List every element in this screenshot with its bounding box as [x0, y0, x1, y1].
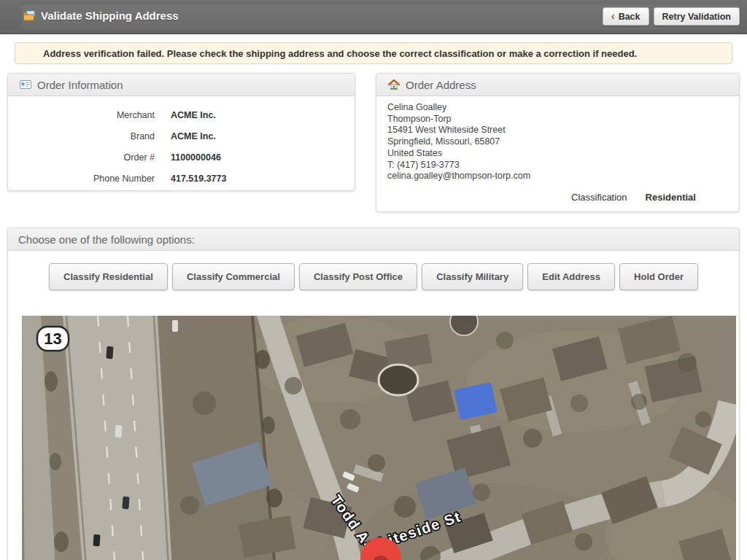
order-info-row: Merchant ACME Inc. [8, 104, 355, 125]
options-button-row: Classify Residential Classify Commercial… [8, 251, 739, 290]
header-actions: ‹ Back Retry Validation [603, 7, 740, 26]
back-button[interactable]: ‹ Back [603, 7, 649, 26]
home-icon [388, 79, 400, 90]
merchant-label: Merchant [8, 110, 155, 120]
header-bar: Validate Shipping Address ‹ Back Retry V… [0, 0, 747, 34]
order-information-title: Order Information [37, 79, 123, 91]
classify-post-office-button[interactable]: Classify Post Office [299, 263, 417, 290]
address-email: celina.goalley@thompson-torp.com [387, 171, 739, 182]
order-information-header: Order Information [8, 74, 355, 96]
address-city-state-zip: Springfield, Missouri, 65807 [387, 136, 739, 148]
classify-residential-button[interactable]: Classify Residential [49, 263, 168, 290]
order-information-body: Merchant ACME Inc. Brand ACME Inc. Order… [8, 96, 355, 189]
page-title: Validate Shipping Address [41, 9, 179, 22]
retry-validation-button[interactable]: Retry Validation [654, 7, 740, 26]
validate-shipping-address-page: Validate Shipping Address ‹ Back Retry V… [0, 0, 747, 560]
options-header: Choose one of the following options: [8, 228, 739, 251]
options-title: Choose one of the following options: [18, 233, 195, 246]
page-title-group: Validate Shipping Address [23, 9, 179, 22]
map[interactable]: 13 Todd A Whiteside St [22, 316, 736, 560]
phone-number-label: Phone Number [8, 174, 155, 184]
hold-order-button[interactable]: Hold Order [619, 263, 698, 290]
merchant-value: ACME Inc. [171, 110, 216, 120]
order-address-body: Celina Goalley Thompson-Torp 15491 West … [376, 96, 739, 203]
address-phone: T: (417) 519-3773 [387, 160, 739, 171]
pool-feature [379, 365, 418, 395]
address-company: Thompson-Torp [387, 114, 739, 125]
warning-banner: Address verification failed. Please chec… [15, 42, 732, 64]
chevron-left-icon: ‹ [611, 10, 615, 21]
order-info-row: Order # 1100000046 [8, 147, 355, 168]
address-name: Celina Goalley [387, 102, 739, 114]
brand-value: ACME Inc. [171, 131, 216, 141]
warning-message: Address verification failed. Please chec… [43, 48, 637, 59]
classification-row: Classification Residential [387, 192, 739, 203]
order-address-header: Order Address [376, 74, 739, 96]
order-info-row: Phone Number 417.519.3773 [8, 168, 355, 189]
options-panel: Choose one of the following options: Cla… [7, 228, 740, 560]
route-13-number: 13 [44, 330, 61, 348]
classification-value: Residential [646, 192, 696, 203]
classification-label: Classification [479, 192, 627, 203]
order-address-panel: Order Address Celina Goalley Thompson-To… [376, 73, 740, 212]
order-info-row: Brand ACME Inc. [8, 125, 355, 147]
order-address-title: Order Address [406, 79, 476, 91]
phone-number-value: 417.519.3773 [171, 174, 226, 184]
shipment-folder-icon [23, 10, 36, 21]
route-13-shield: 13 [37, 327, 69, 351]
order-number-label: Order # [8, 152, 155, 163]
order-number-value: 1100000046 [171, 152, 221, 163]
satellite-map-canvas: 13 Todd A Whiteside St [22, 316, 736, 560]
order-information-panel: Order Information Merchant ACME Inc. Bra… [7, 73, 355, 191]
back-button-label: Back [619, 12, 640, 22]
classify-military-button[interactable]: Classify Military [422, 263, 523, 290]
address-street: 15491 West Whiteside Street [387, 125, 739, 136]
address-country: United States [387, 148, 739, 160]
retry-validation-label: Retry Validation [662, 12, 731, 22]
classify-commercial-button[interactable]: Classify Commercial [172, 263, 295, 290]
brand-label: Brand [8, 131, 155, 141]
contact-card-icon [20, 80, 31, 89]
edit-address-button[interactable]: Edit Address [527, 263, 615, 290]
